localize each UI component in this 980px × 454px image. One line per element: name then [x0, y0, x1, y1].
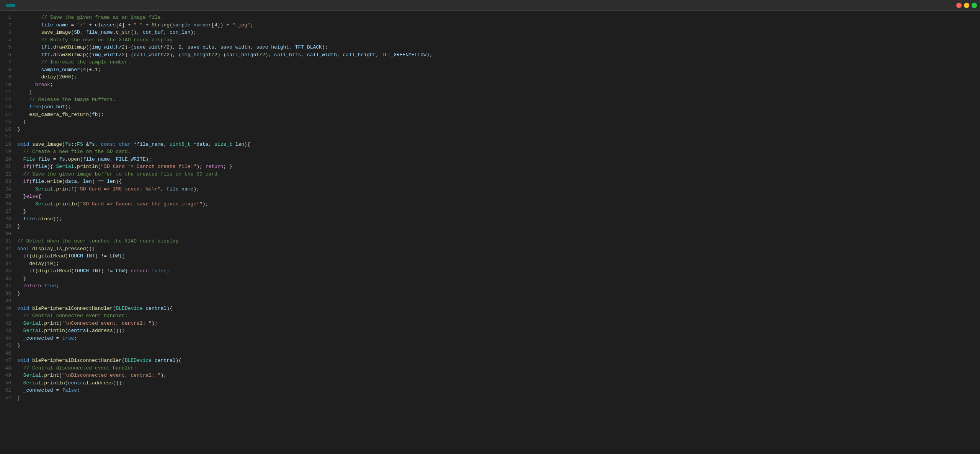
code-text: if(digitalRead(TOUCH_INT) != LOW){	[17, 252, 980, 260]
code-text: esp_camera_fb_return(fb);	[17, 111, 980, 119]
code-line: 17	[0, 133, 980, 141]
code-text: }else{	[17, 193, 980, 200]
code-text: Serial.println(central.address());	[17, 379, 980, 387]
code-line: 27 }	[0, 208, 980, 215]
code-text: Serial.println(central.address());	[17, 327, 980, 335]
close-button[interactable]	[956, 3, 962, 8]
line-number: 20	[0, 156, 17, 163]
line-number: 33	[0, 252, 17, 260]
code-line: 2 file_name = "/" + classes[4] + "_" + S…	[0, 21, 980, 29]
code-text: // Detect when the user touches the XIAO…	[17, 238, 980, 245]
line-number: 30	[0, 230, 17, 238]
line-number: 37	[0, 282, 17, 290]
code-line: 47 void blePeripheralDisconnectHandler(B…	[0, 357, 980, 365]
code-line: 41 // Central connected event handler:	[0, 312, 980, 320]
code-text	[17, 133, 980, 141]
line-number: 18	[0, 141, 17, 148]
code-content: 1 // Save the given frame as an image fi…	[0, 14, 980, 451]
active-tab[interactable]	[6, 4, 15, 7]
code-line: 26 Serial.println("SD Card => Cannot sav…	[0, 200, 980, 208]
line-number: 15	[0, 118, 17, 126]
code-line: 51 _connected = false;	[0, 387, 980, 394]
code-text: // Save the given image buffer to the cr…	[17, 171, 980, 178]
line-number: 46	[0, 350, 17, 357]
line-number: 8	[0, 66, 17, 74]
line-number: 36	[0, 275, 17, 283]
title-bar	[0, 0, 980, 11]
code-line: 12 // Release the image buffers.	[0, 96, 980, 104]
code-line: 15 }	[0, 118, 980, 126]
code-text: if(digitalRead(TOUCH_INT) != LOW) return…	[17, 267, 980, 275]
line-number: 41	[0, 312, 17, 320]
code-line: 22 // Save the given image buffer to the…	[0, 171, 980, 178]
code-line: 37 return true;	[0, 282, 980, 290]
code-line: 31 // Detect when the user touches the X…	[0, 238, 980, 245]
code-line: 14 esp_camera_fb_return(fb);	[0, 111, 980, 119]
line-number: 43	[0, 327, 17, 335]
code-line: 13 free(con_buf);	[0, 103, 980, 111]
code-text: delay(10);	[17, 260, 980, 268]
code-text: // Save the given frame as an image file…	[17, 14, 980, 21]
code-text: _connected = false;	[17, 387, 980, 394]
line-number: 29	[0, 223, 17, 230]
code-text: }	[17, 126, 980, 133]
code-line: 33 if(digitalRead(TOUCH_INT) != LOW){	[0, 252, 980, 260]
line-number: 25	[0, 193, 17, 200]
code-text: bool display_is_pressed(){	[17, 245, 980, 253]
line-number: 48	[0, 365, 17, 372]
code-text: // Increase the sample number.	[17, 59, 980, 66]
code-line: 21 if(!file){ Serial.println("SD Card =>…	[0, 163, 980, 171]
code-line: 6 tft.drawXBitmap((img_width/2)-(call_wi…	[0, 51, 980, 59]
line-number: 12	[0, 96, 17, 104]
code-text: // Notify the user on the XIAO round dis…	[17, 36, 980, 44]
window-controls	[956, 3, 977, 8]
code-line: 30	[0, 230, 980, 238]
code-line: 18 void save_image(fs::FS &fs, const cha…	[0, 141, 980, 148]
line-number: 50	[0, 379, 17, 387]
code-line: 40 void blePeripheralConnectHandler(BLED…	[0, 305, 980, 312]
code-line: 48 // Central disconnected event handler…	[0, 365, 980, 372]
line-number: 7	[0, 59, 17, 66]
line-number: 2	[0, 21, 17, 29]
code-line: 52 }	[0, 394, 980, 402]
line-number: 5	[0, 44, 17, 51]
line-number: 13	[0, 103, 17, 111]
code-line: 20 File file = fs.open(file_name, FILE_W…	[0, 156, 980, 163]
code-text: Serial.print("\nDisconnected event, cent…	[17, 372, 980, 379]
code-line: 35 if(digitalRead(TOUCH_INT) != LOW) ret…	[0, 267, 980, 275]
code-line: 10 break;	[0, 81, 980, 89]
line-number: 23	[0, 178, 17, 186]
code-line: 7 // Increase the sample number.	[0, 59, 980, 66]
code-line: 49 Serial.print("\nDisconnected event, c…	[0, 372, 980, 379]
code-text: file_name = "/" + classes[4] + "_" + Str…	[17, 21, 980, 29]
code-text: delay(2000);	[17, 73, 980, 81]
code-text: void save_image(fs::FS &fs, const char *…	[17, 141, 980, 148]
line-number: 32	[0, 245, 17, 253]
maximize-button[interactable]	[972, 3, 977, 8]
code-text: void blePeripheralDisconnectHandler(BLED…	[17, 357, 980, 365]
code-text: }	[17, 275, 980, 283]
code-text: }	[17, 208, 980, 215]
line-number: 28	[0, 215, 17, 223]
code-text: }	[17, 88, 980, 96]
code-text: break;	[17, 81, 980, 89]
code-text: }	[17, 118, 980, 126]
line-number: 42	[0, 320, 17, 327]
code-text: tft.drawXBitmap((img_width/2)-(call_widt…	[17, 51, 980, 59]
minimize-button[interactable]	[964, 3, 969, 8]
code-text: sample_number[4]+=1;	[17, 66, 980, 74]
line-number: 49	[0, 372, 17, 379]
line-number: 24	[0, 186, 17, 193]
code-line: 43 Serial.println(central.address());	[0, 327, 980, 335]
code-text: if(!file){ Serial.println("SD Card => Ca…	[17, 163, 980, 171]
line-number: 4	[0, 36, 17, 44]
editor-area: 1 // Save the given frame as an image fi…	[0, 11, 980, 454]
code-line: 16 }	[0, 126, 980, 133]
code-line: 11 }	[0, 88, 980, 96]
code-text: _connected = true;	[17, 335, 980, 342]
line-number: 26	[0, 200, 17, 208]
code-container: 1 // Save the given frame as an image fi…	[0, 14, 980, 451]
code-line: 44 _connected = true;	[0, 335, 980, 342]
line-number: 35	[0, 267, 17, 275]
line-number: 47	[0, 357, 17, 365]
